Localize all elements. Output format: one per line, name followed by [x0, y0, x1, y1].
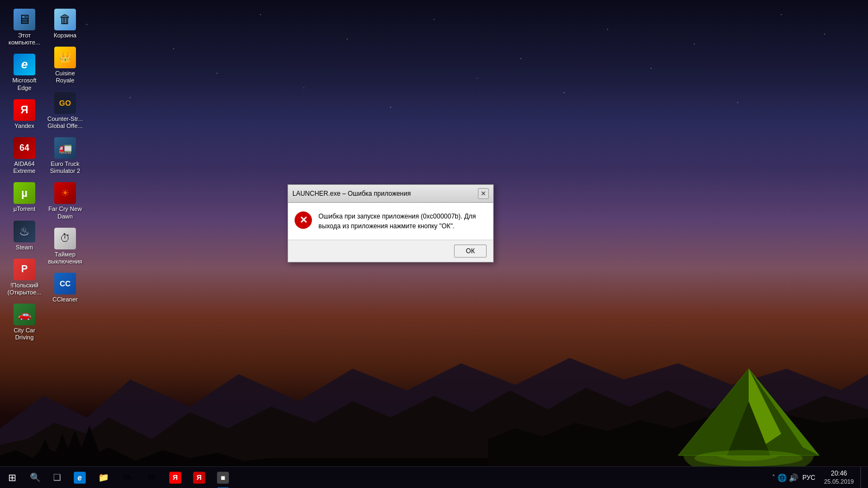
- utorrent-icon: µ: [14, 182, 35, 204]
- desktop-icon-ccleaner[interactable]: CC CCleaner: [43, 269, 87, 306]
- clock-time: 20:46: [831, 470, 847, 478]
- dialog-title: LAUNCHER.exe – Ошибка приложения: [292, 190, 411, 197]
- close-icon: ✕: [481, 190, 486, 197]
- start-button[interactable]: ⊞: [0, 467, 24, 489]
- desktop-icon-aida64[interactable]: 64 AIDA64 Extreme: [3, 134, 46, 178]
- desktop-icon-edge[interactable]: e Microsoft Edge: [3, 50, 46, 94]
- desktop-icon-euro-truck[interactable]: 🚛 Euro Truck Simulator 2: [43, 134, 87, 178]
- taskbar-app-mail[interactable]: ✉: [139, 467, 163, 489]
- search-button[interactable]: 🔍: [24, 467, 46, 489]
- clock[interactable]: 20:46 25.05.2019: [820, 467, 858, 489]
- steam-icon: ♨: [14, 221, 35, 242]
- taskbar-yandex2-icon: Я: [193, 472, 205, 484]
- cuisine-icon: 👑: [54, 47, 76, 68]
- desktop-icon-yandex[interactable]: Я Yandex: [3, 96, 46, 133]
- taskbar-edge-icon: e: [74, 472, 86, 484]
- desktop-icon-polish[interactable]: P !Польский (Открытое...: [3, 255, 46, 299]
- desktop-icon-steam[interactable]: ♨ Steam: [3, 217, 46, 254]
- steam-label: Steam: [16, 244, 33, 251]
- task-view-button[interactable]: ❑: [46, 467, 68, 489]
- taskbar-launcher-icon: ■: [217, 472, 229, 484]
- desktop-icon-this-pc[interactable]: 🖥 Этот компьюте...: [3, 5, 46, 49]
- taskbar-store-icon: 🛍: [122, 472, 133, 484]
- desktop-icon-cuisine[interactable]: 👑 Cuisine Royale: [43, 43, 87, 87]
- taskbar-app-store[interactable]: 🛍: [116, 467, 139, 489]
- cuisine-label: Cuisine Royale: [46, 70, 85, 84]
- taskbar-right: ˄ 🌐 🔊 РУС 20:46 25.05.2019: [772, 467, 868, 489]
- csgo-icon: GO: [54, 92, 76, 114]
- taskbar-app-yandex2[interactable]: Я: [187, 467, 211, 489]
- error-symbol: ✕: [299, 214, 308, 226]
- desktop-icon-timer[interactable]: ⏱ Таймер выключения: [43, 224, 87, 268]
- yandex-label: Yandex: [15, 123, 35, 130]
- euro-truck-icon: 🚛: [54, 137, 76, 159]
- dialog-close-button[interactable]: ✕: [478, 188, 489, 199]
- taskbar-app-explorer[interactable]: 📁: [92, 467, 116, 489]
- task-view-icon: ❑: [53, 472, 61, 483]
- tent: [673, 347, 825, 466]
- yandex-icon: Я: [14, 99, 35, 121]
- start-icon: ⊞: [8, 472, 16, 484]
- search-icon: 🔍: [30, 472, 41, 483]
- svg-point-6: [694, 450, 803, 466]
- dialog-message: Ошибка при запуске приложения (0xc000007…: [318, 211, 487, 231]
- desktop-icon-csgo[interactable]: GO Counter-Str... Global Offe...: [43, 89, 87, 133]
- desktop-icons-col1: 🖥 Этот компьюте... e Microsoft Edge Я Ya…: [3, 5, 46, 345]
- desktop-icon-farcry[interactable]: ☀ Far Cry New Dawn: [43, 179, 87, 223]
- euro-truck-label: Euro Truck Simulator 2: [46, 160, 85, 175]
- citycar-icon: 🚗: [14, 304, 35, 325]
- recycle-icon: 🗑: [54, 9, 76, 30]
- desktop-icon-utorrent[interactable]: µ μTorrent: [3, 179, 46, 216]
- error-icon: ✕: [295, 211, 312, 229]
- sound-icon[interactable]: 🔊: [789, 473, 798, 482]
- timer-icon: ⏱: [54, 228, 76, 249]
- farcry-icon: ☀: [54, 182, 76, 204]
- edge-label: Microsoft Edge: [5, 77, 44, 91]
- show-desktop-button[interactable]: [860, 467, 864, 489]
- ok-button[interactable]: ОК: [454, 245, 487, 258]
- farcry-label: Far Cry New Dawn: [46, 206, 85, 220]
- dialog-titlebar: LAUNCHER.exe – Ошибка приложения ✕: [288, 185, 493, 203]
- this-pc-icon: 🖥: [14, 9, 35, 30]
- tray-show-hidden[interactable]: ˄: [772, 474, 775, 481]
- network-icon[interactable]: 🌐: [777, 473, 787, 482]
- aida64-icon: 64: [14, 137, 35, 159]
- citycar-label: City Car Driving: [5, 327, 44, 341]
- taskbar-app-launcher[interactable]: ■: [211, 467, 235, 489]
- taskbar-app-yandex[interactable]: Я: [163, 467, 187, 489]
- taskbar-yandex-icon: Я: [169, 472, 181, 484]
- taskbar-app-edge[interactable]: e: [68, 467, 92, 489]
- ccleaner-label: CCleaner: [53, 296, 78, 303]
- desktop-icons-col2: 🗑 Корзина 👑 Cuisine Royale GO Counter-St…: [43, 5, 87, 307]
- language-indicator[interactable]: РУС: [800, 474, 818, 481]
- clock-date: 25.05.2019: [824, 478, 854, 485]
- desktop-icon-recycle[interactable]: 🗑 Корзина: [43, 5, 87, 42]
- timer-label: Таймер выключения: [46, 251, 85, 265]
- desktop-icon-citycar[interactable]: 🚗 City Car Driving: [3, 300, 46, 344]
- recycle-label: Корзина: [54, 32, 76, 39]
- dialog-footer: ОК: [288, 240, 493, 262]
- error-dialog: LAUNCHER.exe – Ошибка приложения ✕ ✕ Оши…: [288, 184, 494, 262]
- this-pc-label: Этот компьюте...: [5, 32, 44, 46]
- polish-label: !Польский (Открытое...: [5, 282, 44, 296]
- dialog-body: ✕ Ошибка при запуске приложения (0xc0000…: [288, 203, 493, 240]
- taskbar-explorer-icon: 📁: [98, 472, 110, 484]
- taskbar-mail-icon: ✉: [145, 472, 157, 484]
- utorrent-label: μTorrent: [14, 206, 36, 213]
- ccleaner-icon: CC: [54, 273, 76, 294]
- polish-icon: P: [14, 259, 35, 280]
- edge-icon: e: [14, 54, 35, 75]
- taskbar: ⊞ 🔍 ❑ e 📁 🛍 ✉ Я Я ■ ˄ 🌐 🔊 РУС 2: [0, 466, 868, 488]
- csgo-label: Counter-Str... Global Offe...: [46, 115, 85, 130]
- aida64-label: AIDA64 Extreme: [5, 160, 44, 175]
